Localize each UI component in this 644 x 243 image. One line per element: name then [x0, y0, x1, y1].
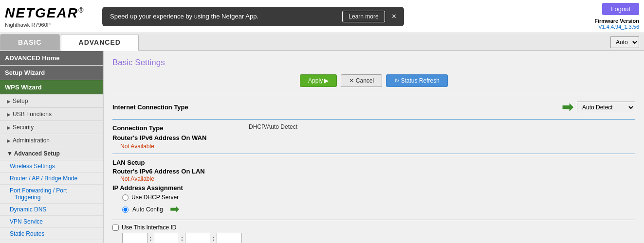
sidebar-sub-router-ap-bridge[interactable]: Router / AP / Bridge Mode	[0, 173, 103, 185]
header: NETGEAR® Nighthawk R7960P Speed up your …	[0, 0, 644, 33]
connection-type-row: Connection Type DHCP/Auto Detect	[112, 123, 635, 132]
logo-tm: ®	[78, 6, 84, 14]
toolbar: Apply ▶ ✕ Cancel ↻ Status Refresh	[112, 74, 635, 87]
sidebar-sub-dynamic-dns[interactable]: Dynamic DNS	[0, 204, 103, 216]
lang-select-wrap: Auto	[606, 35, 644, 50]
interface-id-row: Use This Interface ID	[112, 224, 635, 231]
sidebar-sub-wireless-settings[interactable]: Wireless Settings	[0, 160, 103, 173]
content-area: Basic Settings Apply ▶ ✕ Cancel ↻ Status…	[103, 51, 644, 243]
notification-bar: Speed up your experience by using the Ne…	[102, 7, 404, 26]
arrow-icon: ▶	[7, 112, 11, 117]
conn-type-label: Connection Type	[112, 124, 249, 132]
id-separator-3: :	[212, 234, 215, 242]
ipv6-wan-value: Not Available	[120, 143, 154, 150]
section-divider-1	[112, 119, 635, 120]
arrow-icon: ▶	[7, 138, 11, 143]
sidebar-item-security[interactable]: ▶ Security	[0, 121, 103, 134]
logo: NETGEAR®	[5, 5, 92, 21]
firmware-label: Firmware Version	[594, 18, 639, 24]
interface-id-field-3[interactable]	[185, 233, 210, 243]
apply-button[interactable]: Apply ▶	[300, 74, 337, 87]
sidebar-label-setup: Setup	[13, 98, 28, 104]
sidebar-item-setup-wizard[interactable]: Setup Wizard	[0, 66, 103, 80]
sidebar-item-usb-functions[interactable]: ▶ USB Functions	[0, 108, 103, 121]
use-interface-id-label[interactable]: Use This Interface ID	[122, 224, 177, 231]
sidebar-sub-static-routes[interactable]: Static Routes	[0, 228, 103, 240]
auto-config-label[interactable]: Auto Config	[132, 206, 163, 213]
logo-area: NETGEAR® Nighthawk R7960P	[5, 5, 92, 28]
id-separator-2: :	[181, 234, 184, 242]
sidebar-sub-web-services[interactable]: Web Services Management	[0, 240, 103, 243]
ipv6-wan-label: Router's IPv6 Address On WAN	[112, 134, 206, 141]
interface-id-inputs: : : :	[122, 233, 635, 243]
sidebar-label-administration: Administration	[13, 137, 50, 144]
dhcp-server-label[interactable]: Use DHCP Server	[131, 194, 179, 201]
main-layout: ADVANCED Home Setup Wizard WPS Wizard ▶ …	[0, 51, 644, 243]
arrow-icon: ▶	[7, 99, 11, 104]
internet-type-select[interactable]: Auto Detect DHCP PPPoE PPTP L2TP Fixed I…	[577, 102, 635, 113]
id-separator-1: :	[149, 234, 152, 242]
sidebar-item-setup[interactable]: ▶ Setup	[0, 95, 103, 108]
header-right: Logout Firmware Version V1.4.4.94_1.3.56	[594, 3, 639, 30]
sidebar-item-advanced-home[interactable]: ADVANCED Home	[0, 51, 103, 65]
tab-basic[interactable]: BASIC	[0, 34, 60, 50]
internet-connection-row: Internet Connection Type ➡ Auto Detect D…	[112, 99, 635, 115]
sidebar-item-advanced-setup[interactable]: ▼ Advanced Setup	[0, 147, 103, 160]
interface-id-field-1[interactable]	[122, 233, 147, 243]
model-name: Nighthawk R7960P	[5, 22, 92, 28]
sidebar-item-administration[interactable]: ▶ Administration	[0, 134, 103, 147]
arrow-indicator: ➡ Auto Detect DHCP PPPoE PPTP L2TP Fixed…	[562, 99, 635, 115]
lan-setup-label: LAN Setup	[112, 159, 635, 166]
green-arrow-auto-config: ➡	[170, 203, 179, 216]
interface-id-field-2[interactable]	[154, 233, 179, 243]
section-divider-top	[112, 95, 635, 95]
sidebar-label-advanced-setup: ▼ Advanced Setup	[7, 150, 60, 157]
logout-button[interactable]: Logout	[602, 3, 639, 15]
use-interface-id-checkbox[interactable]	[112, 225, 119, 231]
conn-type-text: DHCP/Auto Detect	[249, 123, 297, 130]
dhcp-radio-row: Use DHCP Server	[122, 194, 635, 201]
dhcp-server-radio[interactable]	[122, 194, 129, 201]
sidebar-sub-vpn-service[interactable]: VPN Service	[0, 216, 103, 228]
sidebar: ADVANCED Home Setup Wizard WPS Wizard ▶ …	[0, 51, 103, 243]
logo-text: NETGEAR	[5, 5, 78, 20]
internet-connection-label: Internet Connection Type	[112, 104, 188, 111]
tab-bar: BASIC ADVANCED Auto	[0, 33, 644, 51]
learn-more-button[interactable]: Learn more	[342, 11, 385, 22]
sidebar-label-security: Security	[13, 124, 34, 131]
conn-type-value: DHCP/Auto Detect	[249, 123, 297, 130]
sidebar-label-usb: USB Functions	[13, 111, 52, 118]
auto-config-radio-row: Auto Config ➡	[122, 203, 635, 216]
close-notification-button[interactable]: ×	[392, 13, 396, 20]
sidebar-sub-port-forwarding[interactable]: Port Forwarding / Port Triggering	[0, 185, 103, 204]
interface-id-field-4[interactable]	[217, 233, 242, 243]
section-divider-3	[112, 220, 635, 220]
firmware-info: Firmware Version V1.4.4.94_1.3.56	[594, 18, 639, 30]
sidebar-item-wps-wizard[interactable]: WPS Wizard	[0, 80, 103, 94]
notification-text: Speed up your experience by using the Ne…	[110, 13, 335, 20]
cancel-button[interactable]: ✕ Cancel	[341, 74, 382, 87]
lan-section: LAN Setup Router's IPv6 Address On LAN N…	[112, 159, 635, 216]
tab-advanced[interactable]: ADVANCED	[61, 34, 139, 51]
arrow-icon: ▶	[7, 125, 11, 130]
section-divider-2	[112, 154, 635, 154]
ip-assignment-label: IP Address Assignment	[112, 184, 635, 191]
ipv6-lan-label: Router's IPv6 Address On LAN	[112, 168, 635, 175]
green-arrow-icon: ➡	[562, 99, 573, 115]
page-title: Basic Settings	[112, 58, 635, 68]
ipv6-lan-value: Not Available	[120, 175, 154, 182]
firmware-version: V1.4.4.94_1.3.56	[598, 24, 639, 30]
language-select[interactable]: Auto	[610, 36, 639, 48]
status-refresh-button[interactable]: ↻ Status Refresh	[386, 74, 448, 87]
auto-config-radio[interactable]	[122, 207, 129, 213]
